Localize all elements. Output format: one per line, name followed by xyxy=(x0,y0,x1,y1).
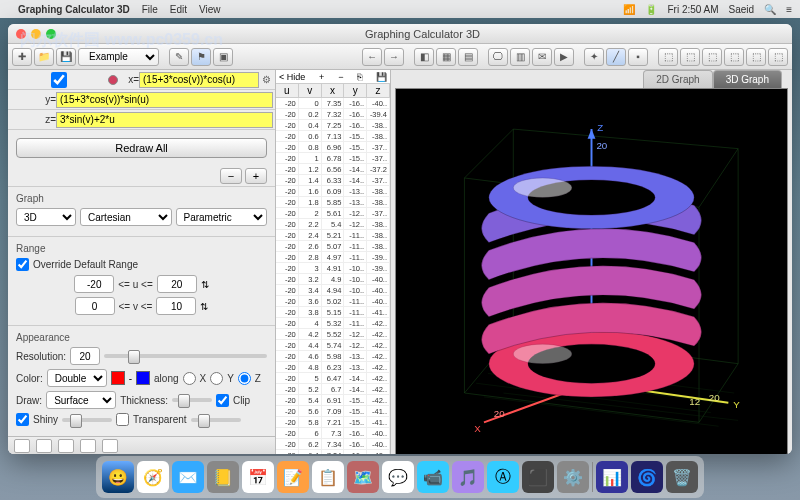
coord-select[interactable]: Cartesian xyxy=(80,208,172,226)
appstore-icon[interactable]: Ⓐ xyxy=(487,461,519,493)
view-menu[interactable]: View xyxy=(199,4,221,15)
pencil-icon[interactable]: ✎ xyxy=(169,48,189,66)
table-row[interactable]: -204.45.74-12..-42.. xyxy=(276,340,390,351)
prefs-icon[interactable]: ⚙️ xyxy=(557,461,589,493)
add-eq-button[interactable]: + xyxy=(245,168,267,184)
color2-swatch[interactable] xyxy=(136,371,150,385)
edit-menu[interactable]: Edit xyxy=(170,4,187,15)
rot5-icon[interactable]: ⬚ xyxy=(746,48,766,66)
eq-x-enable[interactable] xyxy=(13,72,105,88)
axis-z-radio[interactable] xyxy=(238,372,251,385)
stroke-icon[interactable]: ╱ xyxy=(606,48,626,66)
3d-viewport[interactable]: X Y Z 20 12 20 20 xyxy=(395,88,788,454)
flag-icon[interactable]: ⚑ xyxy=(191,48,211,66)
table-row[interactable]: -2016.78-15..-37.. xyxy=(276,153,390,164)
color-icon[interactable]: ▪ xyxy=(628,48,648,66)
table-row[interactable]: -2067.3-16..-40.. xyxy=(276,428,390,439)
res-input[interactable] xyxy=(70,347,100,365)
contacts-icon[interactable]: 📒 xyxy=(207,461,239,493)
user-menu[interactable]: Saeid xyxy=(729,4,755,15)
table-row[interactable]: -205.87.21-15..-41.. xyxy=(276,417,390,428)
tab-3d[interactable]: 3D Graph xyxy=(713,70,782,88)
table-row[interactable]: -200.47.25-16..-38.. xyxy=(276,120,390,131)
messages-icon[interactable]: 💬 xyxy=(382,461,414,493)
table-row[interactable]: -203.44.94-10..-40.. xyxy=(276,285,390,296)
res-slider[interactable] xyxy=(104,354,267,358)
grid-icon[interactable]: ▥ xyxy=(510,48,530,66)
table-row[interactable]: -204.86.23-13..-42.. xyxy=(276,362,390,373)
u-max-input[interactable] xyxy=(157,275,197,293)
axis-y-radio[interactable] xyxy=(210,372,223,385)
wifi-icon[interactable]: 📶 xyxy=(623,4,635,15)
eq-x-input[interactable] xyxy=(139,72,259,88)
calendar-icon[interactable]: 📅 xyxy=(242,461,274,493)
table-row[interactable]: -201.26.56-14..-37.2 xyxy=(276,164,390,175)
table-export-icon[interactable]: ⎘ xyxy=(357,72,362,82)
file-menu[interactable]: File xyxy=(142,4,158,15)
rot2-icon[interactable]: ⬚ xyxy=(680,48,700,66)
col-v[interactable]: v xyxy=(299,84,322,97)
table-row[interactable]: -201.66.09-13..-38.. xyxy=(276,186,390,197)
spotlight-icon[interactable]: 🔍 xyxy=(764,4,776,15)
v-stepper[interactable]: ⇅ xyxy=(200,301,208,312)
draw-mode-select[interactable]: Surface xyxy=(46,391,116,409)
axes-icon[interactable]: ✦ xyxy=(584,48,604,66)
hide-button[interactable]: < Hide xyxy=(279,72,305,82)
example-select[interactable]: Example xyxy=(78,48,159,66)
table-row[interactable]: -201.85.85-13..-38.. xyxy=(276,197,390,208)
bb5-icon[interactable] xyxy=(102,439,118,453)
eq-color-dot[interactable] xyxy=(108,75,118,85)
table-row[interactable]: -205.46.91-15..-42.. xyxy=(276,395,390,406)
table-row[interactable]: -205.26.7-14..-42.. xyxy=(276,384,390,395)
style-icon[interactable]: ▣ xyxy=(213,48,233,66)
col-z[interactable]: z xyxy=(367,84,390,97)
app2-icon[interactable]: 🌀 xyxy=(631,461,663,493)
table-row[interactable]: -203.85.15-11..-41.. xyxy=(276,307,390,318)
view2-icon[interactable]: ▤ xyxy=(458,48,478,66)
transparent-check[interactable] xyxy=(116,413,129,426)
color-mode-select[interactable]: Double xyxy=(47,369,107,387)
table-row[interactable]: -202.25.4-12..-38.. xyxy=(276,219,390,230)
redraw-button[interactable]: Redraw All xyxy=(16,138,267,158)
shiny-check[interactable] xyxy=(16,413,29,426)
table-row[interactable]: -200.27.32-16..-39.4 xyxy=(276,109,390,120)
new-icon[interactable]: ✚ xyxy=(12,48,32,66)
v-min-input[interactable] xyxy=(75,297,115,315)
rot3-icon[interactable]: ⬚ xyxy=(702,48,722,66)
u-stepper[interactable]: ⇅ xyxy=(201,279,209,290)
bb3-icon[interactable] xyxy=(58,439,74,453)
nav-back-icon[interactable]: ← xyxy=(362,48,382,66)
table-row[interactable]: -206.47.34-16..-40.. xyxy=(276,450,390,454)
battery-icon[interactable]: 🔋 xyxy=(645,4,657,15)
table-row[interactable]: -204.65.98-13..-42.. xyxy=(276,351,390,362)
bb4-icon[interactable] xyxy=(80,439,96,453)
type-select[interactable]: Parametric xyxy=(176,208,268,226)
open-icon[interactable]: 📁 xyxy=(34,48,54,66)
zoom-button[interactable] xyxy=(46,29,56,39)
col-x[interactable]: x xyxy=(322,84,345,97)
table-save-icon[interactable]: 💾 xyxy=(376,72,387,82)
table-rows[interactable]: -2007.35-16..-40..-200.27.32-16..-39.4-2… xyxy=(276,98,390,454)
mail-icon[interactable]: ✉ xyxy=(532,48,552,66)
play-icon[interactable]: ▶ xyxy=(554,48,574,66)
table-row[interactable]: -203.65.02-11..-40.. xyxy=(276,296,390,307)
close-button[interactable] xyxy=(16,29,26,39)
table-row[interactable]: -203.24.9-10..-40.. xyxy=(276,274,390,285)
facetime-icon[interactable]: 📹 xyxy=(417,461,449,493)
notifications-icon[interactable]: ≡ xyxy=(786,4,792,15)
rot1-icon[interactable]: ⬚ xyxy=(658,48,678,66)
clock[interactable]: Fri 2:50 AM xyxy=(667,4,718,15)
eq-y-input[interactable] xyxy=(56,92,273,108)
table-add[interactable]: + xyxy=(319,72,324,82)
table-row[interactable]: -202.84.97-11..-39.. xyxy=(276,252,390,263)
color1-swatch[interactable] xyxy=(111,371,125,385)
maps-icon[interactable]: 🗺️ xyxy=(347,461,379,493)
table-row[interactable]: -201.46.33-14..-37.. xyxy=(276,175,390,186)
table-rem[interactable]: − xyxy=(338,72,343,82)
eq-z-input[interactable] xyxy=(56,112,273,128)
bb1-icon[interactable] xyxy=(14,439,30,453)
remove-eq-button[interactable]: − xyxy=(220,168,242,184)
u-min-input[interactable] xyxy=(74,275,114,293)
v-max-input[interactable] xyxy=(156,297,196,315)
itunes-icon[interactable]: 🎵 xyxy=(452,461,484,493)
